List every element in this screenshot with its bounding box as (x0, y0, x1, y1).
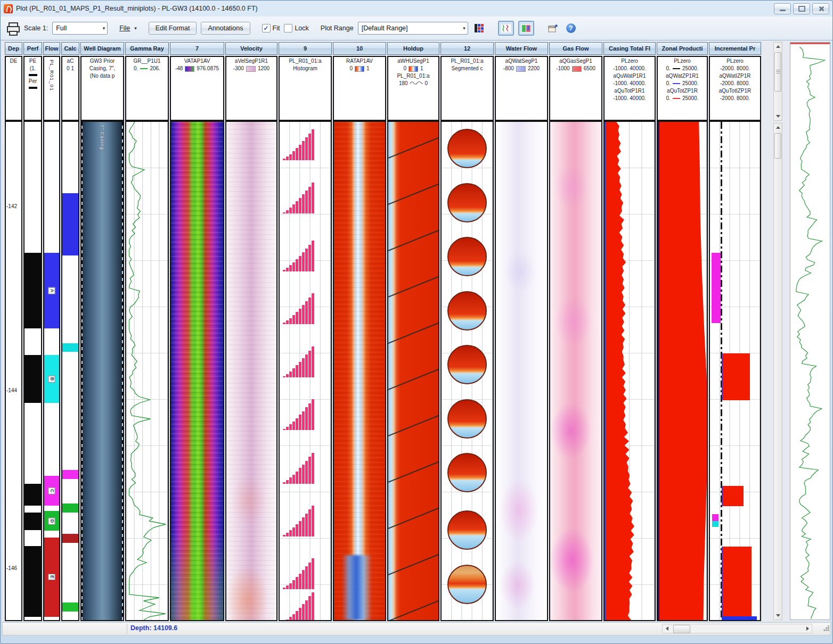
track-gammaray-header[interactable]: GR__P1U10.206. (125, 56, 169, 121)
track-t9-header[interactable]: PL_R01_01:aHistogram (279, 56, 332, 121)
track-flow-title[interactable]: Flow (43, 42, 60, 55)
calc-bar (62, 470, 78, 479)
lock-checkbox[interactable]: Lock (284, 24, 308, 32)
track-holdup-title[interactable]: Holdup (387, 42, 439, 55)
minimize-button[interactable] (774, 3, 791, 14)
track-dep-header[interactable]: DE (5, 56, 22, 121)
edit-format-button[interactable]: Edit Format (149, 22, 197, 35)
track-t9-title[interactable]: 9 (279, 42, 332, 55)
zone-label: C (48, 487, 55, 494)
track-dep-title[interactable]: Dep (5, 42, 22, 55)
scale-line-swatch (673, 83, 680, 84)
well-overview-panel[interactable] (790, 42, 830, 620)
track-flow-header[interactable]: PL_R01_01 (43, 56, 60, 121)
track-flow-body[interactable]: ABCDE (43, 121, 60, 621)
close-button[interactable] (812, 3, 829, 14)
track-waterflow-body[interactable] (495, 121, 548, 621)
track-t10-header[interactable]: RATAP1AV01 (333, 56, 386, 121)
track-t12-title[interactable]: 12 (440, 42, 494, 55)
track-t7-title[interactable]: 7 (170, 42, 224, 55)
track-perf-body[interactable] (23, 121, 42, 621)
help-button[interactable]: ? (564, 22, 578, 35)
histogram-bar (283, 159, 285, 160)
track-velocity-body[interactable] (225, 121, 277, 621)
track-dep-body[interactable]: -142-144-146 (5, 121, 22, 621)
print-button[interactable] (6, 21, 20, 35)
track-gammaray-title[interactable]: Gamma Ray (125, 42, 169, 55)
track-t7-body[interactable] (170, 121, 224, 621)
track-casingtotal-title[interactable]: Casing Total Fl (603, 42, 656, 55)
track-gasflow-header[interactable]: aQGasSegP1-10006500 (549, 56, 602, 121)
horizontal-scrollbar[interactable] (662, 624, 812, 633)
track-velocity-header[interactable]: aVelSegP1R1-3001200 (225, 56, 277, 121)
track-t10-title[interactable]: 10 (333, 42, 386, 55)
track-perf-title[interactable]: Perf (23, 42, 42, 55)
histogram-bar (305, 600, 308, 621)
track-welldiagram-header[interactable]: GW3 PriorCasing, 7",(No data p (80, 56, 124, 121)
scroll-up-button[interactable] (774, 123, 782, 131)
view-image-button[interactable] (518, 21, 534, 36)
annotations-button[interactable]: Annotations (201, 22, 250, 35)
scroll-down-button[interactable] (774, 612, 782, 620)
plot-scrollbar-thumb[interactable] (774, 133, 781, 159)
histogram-bar (299, 468, 301, 483)
track-calc-header[interactable]: aC0 1 (61, 56, 79, 121)
track-waterflow-title[interactable]: Water Flow (495, 42, 548, 55)
track-holdup-header[interactable]: aWHUSegP101PL_R01_01:a1800 (387, 56, 439, 121)
track-gammaray-body[interactable] (125, 121, 169, 621)
track-t9-body[interactable] (279, 121, 332, 621)
view-curves-button[interactable] (498, 21, 514, 36)
scroll-left-button[interactable] (663, 624, 671, 633)
track-gasflow-title[interactable]: Gas Flow (549, 42, 602, 55)
histogram-bar (299, 415, 301, 430)
track-incremental-title[interactable]: Incremental Pr (709, 42, 761, 55)
scale-select[interactable]: Full▾ (52, 22, 108, 35)
heatmap-bottom-overlay (171, 531, 223, 620)
track-perf-header[interactable]: PE(1.Per (23, 56, 42, 121)
color-grid-button[interactable] (472, 22, 486, 35)
track-zonal-header[interactable]: PLzero0.25000.aQWatZP1R10.25000.aQuTotZP… (657, 56, 708, 121)
file-menu-arrow[interactable]: ▾ (134, 26, 137, 31)
scroll-right-button[interactable] (803, 624, 812, 633)
header-scrollbar-thumb[interactable] (774, 52, 781, 92)
scroll-up-button[interactable] (774, 43, 782, 51)
export-button[interactable] (546, 22, 560, 35)
maximize-icon (798, 6, 805, 12)
histogram-bar (302, 141, 305, 160)
maximize-button[interactable] (793, 3, 810, 14)
image-view-icon (521, 24, 531, 32)
track-t7-header[interactable]: VATAP1AV-48976.0875 (170, 56, 224, 121)
track-incremental-body[interactable] (709, 121, 761, 621)
histogram-station (283, 592, 314, 621)
track-zonal-title[interactable]: Zonal Producti (657, 42, 708, 55)
resize-grip[interactable] (823, 625, 829, 632)
header-scrollbar[interactable] (773, 42, 782, 121)
track-t12-header[interactable]: PL_R01_01:aSegmented c (440, 56, 494, 121)
fit-checkbox[interactable]: ✓Fit (262, 24, 280, 32)
track-t10: 10RATAP1AV01 (333, 42, 386, 621)
track-t10-body[interactable] (333, 121, 386, 621)
title-bar[interactable]: Plot (PL_R01_01_MAPS_P1_Result_miniplots… (1, 1, 832, 16)
histogram-bar (302, 570, 305, 589)
file-menu[interactable]: File (119, 24, 130, 32)
track-holdup-body[interactable] (387, 121, 439, 621)
track-t12-body[interactable] (440, 121, 494, 621)
plot-range-select[interactable]: [Default Range]▾ (358, 22, 468, 35)
track-gasflow-body[interactable] (549, 121, 602, 621)
track-incremental-header[interactable]: PLzero-2000. 8000.aQWatIZP1R-2000. 8000.… (709, 56, 761, 121)
track-zonal-body[interactable] (657, 121, 708, 621)
plot-scrollbar[interactable] (773, 123, 782, 620)
track-casingtotal-header[interactable]: PLzero-1000. 40000.aQuWatP1R1-1000. 4000… (603, 56, 656, 121)
track-waterflow-header[interactable]: aQWatSegP1-8002200 (495, 56, 548, 121)
horizontal-scrollbar-thumb[interactable] (673, 625, 690, 633)
histogram-bar (292, 422, 295, 431)
track-calc-title[interactable]: Calc (61, 42, 79, 55)
track-welldiagram-title[interactable]: Well Diagram (80, 42, 124, 55)
track-casingtotal-body[interactable] (603, 121, 656, 621)
histogram-bar (308, 298, 311, 324)
track-velocity-title[interactable]: Velocity (225, 42, 277, 55)
scroll-down-button[interactable] (774, 112, 782, 120)
track-calc-body[interactable] (61, 121, 79, 621)
track-welldiagram-body[interactable]: 7" Casing (80, 121, 124, 621)
track-calc: CalcaC0 1 (61, 42, 79, 621)
